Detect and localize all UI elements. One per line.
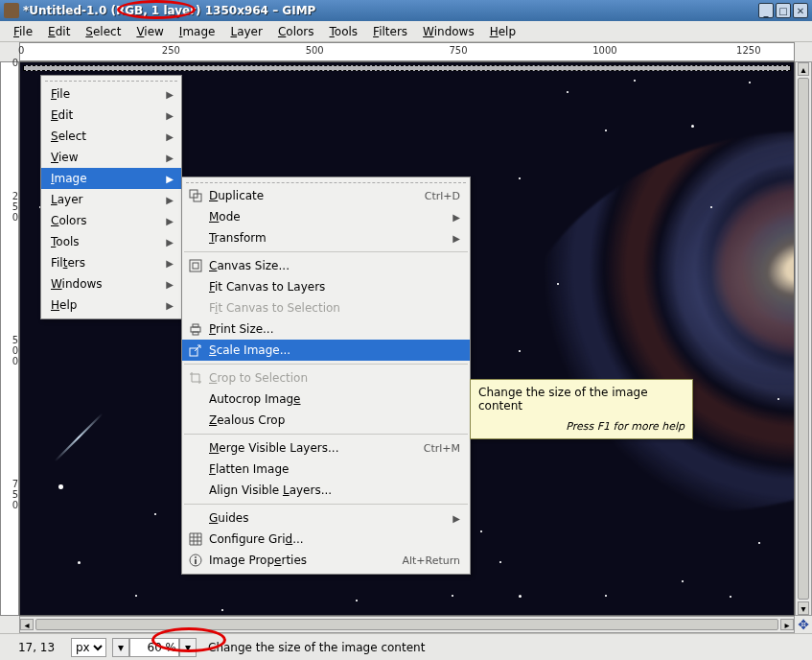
svg-rect-5 [193,324,198,327]
scroll-right-button[interactable]: ▸ [780,619,794,630]
scroll-thumb-v[interactable] [798,78,809,600]
svg-rect-4 [191,327,200,332]
minimize-button[interactable]: _ [758,3,774,18]
context-menu-item-help[interactable]: Help▶ [41,295,181,316]
duplicate-icon [188,188,203,203]
blank-icon [188,440,203,456]
submenu-item-mode[interactable]: Mode▶ [182,206,470,227]
submenu-item-duplicate[interactable]: DuplicateCtrl+D [182,185,470,206]
star [691,125,694,128]
blank-icon [188,412,203,428]
submenu-item-zealous-crop[interactable]: Zealous Crop [182,410,470,431]
menu-help[interactable]: Help [482,23,523,40]
menu-edit[interactable]: Edit [40,23,78,40]
star [634,80,636,82]
submenu-item-fit-canvas-to-selection: Fit Canvas to Selection [182,297,470,318]
blank-icon [188,209,203,224]
submenu-item-autocrop-image[interactable]: Autocrop Image [182,389,470,410]
menu-file[interactable]: File [6,23,40,40]
menu-view[interactable]: View [128,23,171,40]
menu-image[interactable]: Image [172,23,223,40]
context-menu-item-windows[interactable]: Windows▶ [41,273,181,295]
star [58,484,63,489]
submenu-item-image-properties[interactable]: Image PropertiesAlt+Return [182,550,470,571]
context-menu-item-filters[interactable]: Filters▶ [41,252,181,273]
submenu-item-guides[interactable]: Guides▶ [182,507,470,529]
scrollbar-horizontal[interactable]: ◂ ▸ [19,616,795,633]
submenu-item-print-size[interactable]: Print Size... [182,318,470,340]
image-content-streak [55,413,104,462]
star [730,596,731,598]
star [682,580,684,582]
ruler-h-label: 1000 [592,45,616,56]
star [499,561,501,563]
scroll-down-button[interactable]: ▾ [798,601,809,615]
maximize-button[interactable]: □ [776,3,791,18]
menu-separator [184,364,468,365]
context-menu-item-edit[interactable]: Edit▶ [41,105,181,126]
submenu-item-merge-visible-layers[interactable]: Merge Visible Layers...Ctrl+M [182,437,470,459]
context-menu-item-select[interactable]: Select▶ [41,126,181,147]
menu-tools[interactable]: Tools [322,23,366,40]
blank-icon [188,230,203,246]
status-text: Change the size of the image content [202,641,804,654]
pointer-coordinates: 17, 13 [8,641,65,654]
submenu-item-fit-canvas-to-layers[interactable]: Fit Canvas to Layers [182,276,470,297]
print-icon [188,321,203,337]
star [154,513,156,515]
unit-select[interactable]: px [71,638,106,657]
blank-icon [188,391,203,407]
blank-icon [188,510,203,526]
context-menu-item-image[interactable]: Image▶ [41,168,181,189]
image-submenu: DuplicateCtrl+DMode▶Transform▶Canvas Siz… [181,177,471,575]
menu-select[interactable]: Select [78,23,128,40]
navigation-preview-icon[interactable]: ✥ [795,616,812,633]
ruler-h-label: 1250 [736,45,760,56]
submenu-item-align-visible-layers[interactable]: Align Visible Layers... [182,480,470,501]
ruler-horizontal: 025050075010001250 [19,42,795,61]
context-menu-item-tools[interactable]: Tools▶ [41,231,181,252]
submenu-item-flatten-image[interactable]: Flatten Image [182,459,470,480]
grid-icon [188,531,203,547]
submenu-item-configure-grid[interactable]: Configure Grid... [182,529,470,550]
zoom-stepper-button[interactable]: ▾ [179,638,197,657]
scroll-up-button[interactable]: ▴ [798,62,809,76]
close-button[interactable]: ✕ [793,3,808,18]
scrollbar-vertical[interactable]: ▴ ▾ [795,61,812,616]
star [567,91,568,93]
selection-marching-ants [23,65,791,71]
submenu-item-canvas-size[interactable]: Canvas Size... [182,255,470,276]
star [221,609,223,611]
ruler-h-label: 0 [18,45,24,56]
context-menu: File▶Edit▶Select▶View▶Image▶Layer▶Colors… [40,75,182,319]
star [519,595,522,598]
scroll-thumb-h[interactable] [35,619,778,630]
context-menu-item-file[interactable]: File▶ [41,83,181,105]
ruler-vertical: 0250500750 [0,61,19,616]
context-menu-item-layer[interactable]: Layer▶ [41,189,181,210]
submenu-item-scale-image[interactable]: Scale Image... [182,340,470,361]
menu-windows[interactable]: Windows [415,23,482,40]
context-menu-item-colors[interactable]: Colors▶ [41,210,181,231]
context-menu-item-view[interactable]: View▶ [41,147,181,168]
scroll-left-button[interactable]: ◂ [20,619,34,630]
menu-separator [184,251,468,252]
star [480,530,482,532]
menubar: FileEditSelectViewImageLayerColorsToolsF… [0,21,812,42]
menu-separator [184,504,468,505]
submenu-item-crop-to-selection: Crop to Selection [182,367,470,389]
star [78,561,81,564]
svg-rect-3 [193,263,198,269]
submenu-item-transform[interactable]: Transform▶ [182,227,470,248]
app-icon [4,3,19,18]
menu-filters[interactable]: Filters [365,23,415,40]
crop-icon [188,370,203,386]
zoom-menu-button[interactable]: ▾ [112,638,129,657]
scale-icon [188,342,203,358]
blank-icon [188,461,203,477]
zoom-input[interactable] [129,638,179,657]
star [605,130,607,131]
menu-layer[interactable]: Layer [222,23,269,40]
ruler-h-label: 500 [306,45,324,56]
menu-colors[interactable]: Colors [270,23,322,40]
